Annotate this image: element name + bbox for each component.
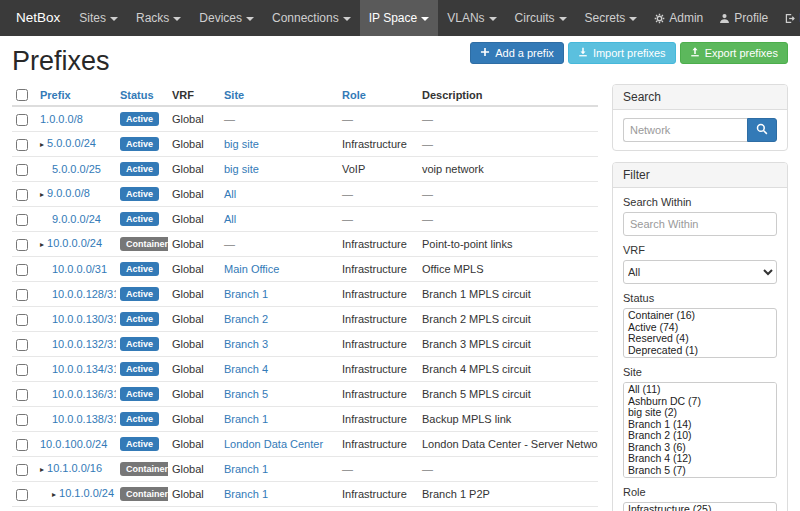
site-link[interactable]: Branch 1 [224,413,268,425]
export-prefixes-button[interactable]: Export prefixes [680,42,788,64]
nav-item-secrets[interactable]: Secrets [576,0,647,36]
row-checkbox[interactable] [16,389,28,401]
row-checkbox[interactable] [16,464,28,476]
logout-link[interactable]: Log out [776,0,800,36]
filter-option[interactable]: COLO-1 (24) [624,476,776,478]
table-row: ▸10.1.0.0/24ContainerGlobalBranch 1Infra… [12,482,598,507]
column-header-status[interactable]: Status [116,84,168,106]
row-checkbox[interactable] [16,314,28,326]
search-button[interactable] [747,118,777,142]
site-link[interactable]: All [224,188,236,200]
vrf-select[interactable]: All [623,260,777,284]
site-link[interactable]: Branch 4 [224,363,268,375]
description-cell: Point-to-point links [418,232,598,257]
prefix-link[interactable]: 10.0.0.0/24 [47,237,102,249]
select-all-checkbox[interactable] [16,89,28,101]
nav-item-connections[interactable]: Connections [263,0,360,36]
filter-option[interactable]: Deprecated (1) [624,345,776,357]
row-checkbox[interactable] [16,339,28,351]
site-cell: big site [220,157,338,182]
status-badge: Active [120,412,159,426]
prefix-link[interactable]: 5.0.0.0/24 [47,137,96,149]
row-checkbox[interactable] [16,364,28,376]
column-header-vrf: VRF [168,84,220,106]
column-header-site[interactable]: Site [220,84,338,106]
column-header-role[interactable]: Role [338,84,418,106]
row-checkbox[interactable] [16,439,28,451]
nav-item-label: VLANs [447,11,484,25]
prefix-link[interactable]: 10.0.0.138/31 [52,413,116,425]
prefix-link[interactable]: 10.1.0.0/24 [59,487,114,499]
nav-item-ip-space[interactable]: IP Space [360,0,438,36]
navbar-menu: SitesRacksDevicesConnectionsIP SpaceVLAN… [70,0,646,36]
role-filter-list[interactable]: Infrastructure (25)Management (8)Private… [623,502,777,511]
prefix-link[interactable]: 1.0.0.0/8 [40,113,83,125]
prefix-link[interactable]: 9.0.0.0/8 [47,187,90,199]
profile-link[interactable]: Profile [711,0,776,36]
site-link[interactable]: Branch 5 [224,388,268,400]
nav-item-devices[interactable]: Devices [190,0,263,36]
row-checkbox[interactable] [16,164,28,176]
filter-option[interactable]: big site (2) [624,407,776,419]
filter-option[interactable]: Infrastructure (25) [624,504,776,511]
row-checkbox[interactable] [16,139,28,151]
filter-option[interactable]: Branch 4 (12) [624,453,776,465]
site-link[interactable]: Branch 1 [224,463,268,475]
import-prefixes-button[interactable]: Import prefixes [568,42,676,64]
row-checkbox[interactable] [16,414,28,426]
site-link[interactable]: Branch 2 [224,313,268,325]
site-link[interactable]: London Data Center [224,438,323,450]
role-cell: — [338,457,418,482]
site-filter-list[interactable]: All (11)Ashburn DC (7)big site (2)Branch… [623,382,777,478]
row-checkbox[interactable] [16,489,28,501]
status-cell: Active [116,307,168,332]
filter-option[interactable]: Container (16) [624,310,776,322]
site-link[interactable]: Main Office [224,263,279,275]
nav-item-racks[interactable]: Racks [127,0,190,36]
nav-item-sites[interactable]: Sites [70,0,127,36]
search-within-input[interactable] [623,212,777,236]
site-cell: Branch 1 [220,482,338,507]
column-header-prefix[interactable]: Prefix [36,84,116,106]
row-checkbox[interactable] [16,289,28,301]
row-checkbox[interactable] [16,214,28,226]
row-checkbox[interactable] [16,114,28,126]
prefix-link[interactable]: 10.0.0.132/31 [52,338,116,350]
admin-link[interactable]: Admin [646,0,711,36]
site-link[interactable]: big site [224,138,259,150]
prefix-link[interactable]: 10.1.0.0/16 [47,462,102,474]
chevron-down-icon [246,17,254,21]
prefix-link[interactable]: 10.0.0.134/31 [52,363,116,375]
site-link[interactable]: Branch 3 [224,338,268,350]
filter-panel-title: Filter [613,163,787,188]
site-link[interactable]: Branch 1 [224,288,268,300]
status-filter-list[interactable]: Container (16)Active (74)Reserved (4)Dep… [623,308,777,358]
caret-right-icon: ▸ [40,140,44,149]
prefix-cell: ▸10.1.0.0/16 [36,457,116,482]
status-cell: Active [116,357,168,382]
prefix-link[interactable]: 10.0.0.136/31 [52,388,116,400]
search-input[interactable] [623,118,747,142]
prefix-link[interactable]: 10.0.100.0/24 [40,438,107,450]
prefix-cell: 10.0.0.132/31 [36,332,116,357]
prefix-link[interactable]: 9.0.0.0/24 [52,213,101,225]
site-link[interactable]: Branch 1 [224,488,268,500]
prefix-link[interactable]: 10.0.0.0/31 [52,263,107,275]
prefix-link[interactable]: 10.0.0.128/31 [52,288,116,300]
row-checkbox[interactable] [16,264,28,276]
add-prefix-button[interactable]: Add a prefix [470,42,564,64]
role-cell: — [338,182,418,207]
nav-item-vlans[interactable]: VLANs [438,0,505,36]
filter-option[interactable]: Branch 2 (10) [624,430,776,442]
filter-option[interactable]: Reserved (4) [624,333,776,345]
site-link[interactable]: big site [224,163,259,175]
filter-option[interactable]: All (11) [624,384,776,396]
row-checkbox[interactable] [16,239,28,251]
app-brand[interactable]: NetBox [6,0,70,36]
nav-item-circuits[interactable]: Circuits [506,0,576,36]
prefix-link[interactable]: 10.0.0.130/31 [52,313,116,325]
search-icon [756,123,768,138]
prefix-link[interactable]: 5.0.0.0/25 [52,163,101,175]
row-checkbox[interactable] [16,189,28,201]
site-link[interactable]: All [224,213,236,225]
